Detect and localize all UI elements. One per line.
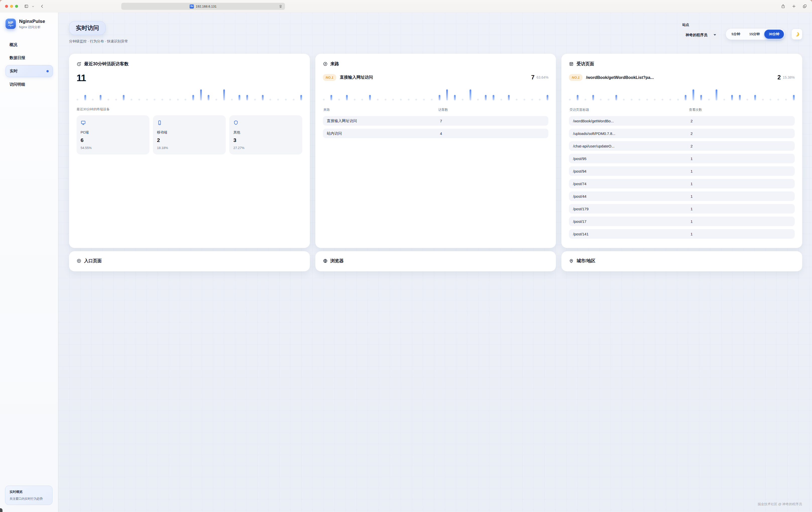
sparkline-bar <box>354 99 355 101</box>
referrers-table: 来路访客数直接输入网址访问7站内访问4 <box>323 108 406 138</box>
sparkline-bar <box>169 99 171 101</box>
sparkline-bar <box>84 95 86 101</box>
pulse-icon <box>8 24 13 27</box>
sparkline-bar <box>130 99 132 101</box>
sparkline-bar <box>361 99 363 101</box>
logo-text: NP <box>8 21 13 24</box>
sparkline-bar <box>77 99 78 101</box>
table-row: 站内访问4 <box>323 129 406 138</box>
sparkline-bar <box>369 95 371 101</box>
sparkline-bar <box>184 99 186 101</box>
sparkline-bar <box>377 99 379 101</box>
active-indicator-dot <box>47 70 49 72</box>
sidebar-item-label: 访问明细 <box>9 82 25 87</box>
sparkline-bar <box>246 95 248 101</box>
device-value: 2 <box>157 137 222 143</box>
page-subtitle: 分钟级监控 · 行为分布 · 快速识别异常 <box>69 39 406 44</box>
sparkline-bar <box>346 95 348 101</box>
mobile-icon <box>157 120 162 125</box>
card-title: 最近30分钟活跃访客数 <box>84 61 128 67</box>
reader-view-icon[interactable] <box>279 4 283 8</box>
bottom-cards-row: 入口页面浏览器城市/地区 <box>69 251 406 256</box>
compass-icon <box>323 61 328 66</box>
sidebar-item-3[interactable]: 访问明细 <box>5 79 53 90</box>
sparkline-bar <box>285 99 287 101</box>
sparkline-bar <box>100 95 102 101</box>
back-button[interactable] <box>40 4 45 8</box>
app-logo: NP <box>5 19 16 29</box>
sparkline-bar <box>154 99 155 101</box>
sparkline-bar <box>338 99 340 101</box>
sparkline-bar <box>115 99 117 101</box>
sparkline-bar <box>177 99 179 101</box>
device-card: PC端654.55% <box>77 115 149 155</box>
zoom-window-button[interactable] <box>15 5 18 8</box>
close-window-button[interactable] <box>5 5 8 8</box>
device-card: 移动端218.18% <box>153 115 226 155</box>
sparkline-bar <box>293 99 294 101</box>
sparkline-bar <box>385 99 386 101</box>
sparkline-bar <box>146 99 148 101</box>
main-content: 实时访问 分钟级监控 · 行为分布 · 快速识别异常 站点 神奇的程序员 5分钟… <box>58 12 406 256</box>
table-row: 直接输入网址访问7 <box>323 116 406 126</box>
top-referrer-label: 直接输入网址访问 <box>340 75 406 80</box>
device-label: 其他 <box>233 130 298 135</box>
sidebar-item-2[interactable]: 实时 <box>5 65 53 77</box>
sidebar-item-0[interactable]: 概况 <box>5 39 53 51</box>
visitors-sparkline <box>77 88 302 101</box>
chevron-down-icon[interactable] <box>32 5 34 8</box>
device-card: 其他327.27% <box>229 115 302 155</box>
sidebar-item-1[interactable]: 数据日报 <box>5 52 53 63</box>
sidebar: NP NginxPulse Nginx 访问分析 概况数据日报实时访问明细 实时… <box>0 12 58 256</box>
sparkline-bar <box>231 99 233 101</box>
sparkline-bar <box>162 99 163 101</box>
sparkline-bar <box>277 99 279 101</box>
table-header-row: 来路访客数 <box>323 108 406 112</box>
table-cell: 直接输入网址访问 <box>327 118 406 123</box>
sidebar-item-label: 概况 <box>9 42 17 48</box>
device-value: 3 <box>233 137 298 143</box>
sparkline-bar <box>238 95 240 101</box>
url-bar[interactable]: 192.168.6.131 <box>121 3 285 10</box>
sparkline-bar <box>400 99 402 101</box>
minimize-window-button[interactable] <box>10 5 13 8</box>
sparkline-bar <box>269 99 271 101</box>
sparkline-bar <box>138 99 140 101</box>
sparkline-bar <box>215 99 217 101</box>
sparkline-bar <box>262 95 264 101</box>
active-visitors-count: 11 <box>77 73 302 83</box>
device-percent: 54.55% <box>81 146 145 150</box>
timer-icon <box>77 61 81 66</box>
table-header-cell: 来路 <box>323 108 406 112</box>
desktop-icon <box>81 120 86 125</box>
sidebar-nav: 概况数据日报实时访问明细 <box>5 39 53 90</box>
referrers-card: 来路 NO.1 直接输入网址访问 7 63.64% 来路访客数直接输入网址访问7… <box>315 54 406 248</box>
brand: NP NginxPulse Nginx 访问分析 <box>5 19 53 29</box>
safari-window: 192.168.6.131 NP NginxPulse Nginx 访问分析 概… <box>0 0 406 256</box>
sparkline-bar <box>323 99 325 101</box>
page-title: 实时访问 <box>69 21 106 35</box>
active-visitors-card: 最近30分钟活跃访客数 11 最近30分钟的终端设备 PC端654.55%移动端… <box>69 54 310 248</box>
referrers-sparkline <box>323 88 406 101</box>
device-percent: 27.27% <box>233 146 298 150</box>
sparkline-bar <box>92 99 94 101</box>
sidebar-toggle-icon[interactable] <box>24 4 29 8</box>
device-label: 移动端 <box>157 130 222 135</box>
sparkline-bar <box>300 95 302 101</box>
sidebar-item-label: 数据日报 <box>9 55 25 60</box>
bottom-card: 浏览器 <box>315 251 406 256</box>
sparkline-bar <box>200 89 202 101</box>
device-label: PC端 <box>81 130 145 135</box>
sparkline-bar <box>108 99 109 101</box>
sparkline-bar <box>330 95 332 101</box>
sparkline-bar <box>208 95 209 101</box>
rank-badge: NO.1 <box>323 74 337 81</box>
url-text: 192.168.6.131 <box>196 4 216 8</box>
bottom-card: 入口页面 <box>69 251 310 256</box>
sparkline-bar <box>123 95 124 101</box>
app-subtitle: Nginx 访问分析 <box>19 25 45 29</box>
shield-icon <box>233 120 238 125</box>
app-name: NginxPulse <box>19 19 45 24</box>
sidebar-item-label: 实时 <box>10 69 18 74</box>
devices-label: 最近30分钟的终端设备 <box>77 107 302 111</box>
